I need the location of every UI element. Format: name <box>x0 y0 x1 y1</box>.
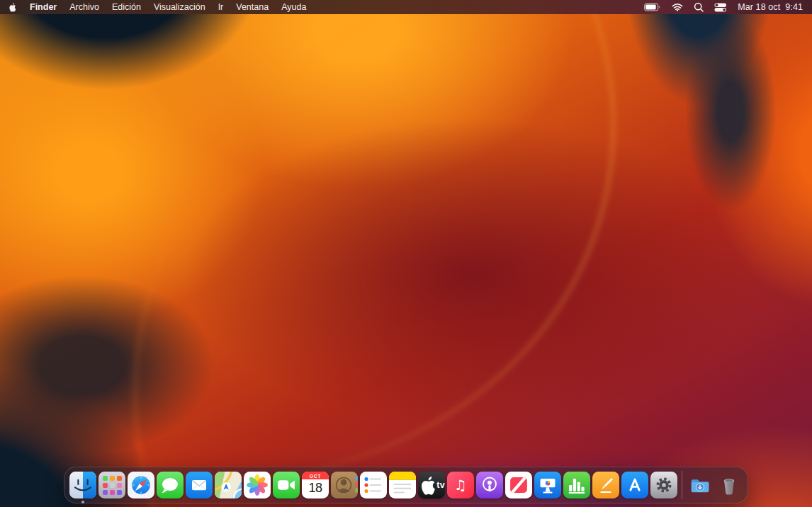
messages-icon <box>157 472 184 499</box>
tv-label: tv <box>436 480 445 490</box>
numbers-icon <box>563 472 590 499</box>
control-center-icon[interactable] <box>714 3 727 12</box>
keynote-icon <box>534 472 561 499</box>
battery-icon[interactable] <box>644 3 661 11</box>
spotlight-search-icon[interactable] <box>694 2 704 12</box>
menu-bar-status: Mar 18 oct 9:41 <box>644 2 803 12</box>
dock-item-contacts[interactable] <box>331 472 358 499</box>
dock-item-news[interactable] <box>505 472 532 499</box>
dock-item-music[interactable]: ♫ <box>447 472 474 499</box>
dock-item-notes[interactable] <box>389 472 416 499</box>
calendar-day: 18 <box>308 481 322 496</box>
dock-item-mail[interactable] <box>186 472 213 499</box>
menu-archivo[interactable]: Archivo <box>69 2 99 12</box>
dock-item-numbers[interactable] <box>563 472 590 499</box>
running-indicator <box>81 501 84 503</box>
maps-icon <box>215 472 242 499</box>
safari-icon <box>128 472 154 499</box>
launchpad-icon <box>98 472 125 499</box>
music-icon: ♫ <box>447 472 474 499</box>
clock-date: Mar 18 oct <box>738 2 780 12</box>
facetime-icon <box>273 472 300 499</box>
apple-menu[interactable] <box>8 2 16 13</box>
dock-item-photos[interactable] <box>244 472 271 499</box>
dock-item-calendar[interactable]: OCT 18 <box>302 472 329 499</box>
finder-icon <box>69 472 96 499</box>
notes-icon <box>389 472 416 499</box>
music-note-glyph: ♫ <box>454 478 467 492</box>
menu-finder[interactable]: Finder <box>30 2 57 12</box>
app-store-icon <box>621 472 648 499</box>
menu-ayuda[interactable]: Ayuda <box>281 2 306 12</box>
reminders-icon <box>360 472 387 499</box>
contacts-icon <box>331 472 358 499</box>
dock-item-appletv[interactable]: tv <box>418 472 445 499</box>
dock-divider <box>682 471 682 499</box>
mail-icon <box>186 472 213 499</box>
menu-bar-clock[interactable]: Mar 18 oct 9:41 <box>738 2 803 12</box>
apple-glyph-icon <box>418 472 436 499</box>
dock-item-messages[interactable] <box>157 472 184 499</box>
system-settings-icon <box>650 472 677 499</box>
calendar-month: OCT <box>302 472 329 479</box>
downloads-folder-icon <box>687 472 714 499</box>
dock-item-pages[interactable] <box>592 472 619 499</box>
menu-ir[interactable]: Ir <box>218 2 224 12</box>
dock-item-finder[interactable] <box>69 472 96 499</box>
menu-edicion[interactable]: Edición <box>112 2 141 12</box>
trash-icon <box>716 472 743 499</box>
menu-visualizacion[interactable]: Visualización <box>154 2 205 12</box>
wallpaper-layer <box>0 0 708 507</box>
news-icon <box>505 472 532 499</box>
podcasts-icon <box>476 472 503 499</box>
wifi-icon[interactable] <box>672 3 683 11</box>
calendar-icon: OCT 18 <box>302 472 329 499</box>
dock-item-appstore[interactable] <box>621 472 648 499</box>
dock: OCT 18 <box>64 467 748 503</box>
clock-time: 9:41 <box>785 2 803 12</box>
dock-item-trash[interactable] <box>716 472 743 499</box>
dock-item-launchpad[interactable] <box>98 472 125 499</box>
dock-item-settings[interactable] <box>650 472 677 499</box>
wallpaper-layer <box>43 0 812 507</box>
dock-item-maps[interactable] <box>215 472 242 499</box>
dock-item-keynote[interactable] <box>534 472 561 499</box>
dock-item-podcasts[interactable] <box>476 472 503 499</box>
dock-item-downloads[interactable] <box>687 472 714 499</box>
desktop: Finder Archivo Edición Visualización Ir … <box>0 0 812 507</box>
menu-ventana[interactable]: Ventana <box>236 2 269 12</box>
dock-item-reminders[interactable] <box>360 472 387 499</box>
photos-icon <box>244 472 271 499</box>
menu-bar-left: Finder Archivo Edición Visualización Ir … <box>8 2 306 13</box>
dock-item-safari[interactable] <box>128 472 154 499</box>
pages-icon <box>592 472 619 499</box>
menu-bar: Finder Archivo Edición Visualización Ir … <box>0 0 812 14</box>
wallpaper <box>0 0 812 507</box>
apple-icon <box>8 2 16 13</box>
dock-item-facetime[interactable] <box>273 472 300 499</box>
apple-tv-icon: tv <box>418 472 445 499</box>
